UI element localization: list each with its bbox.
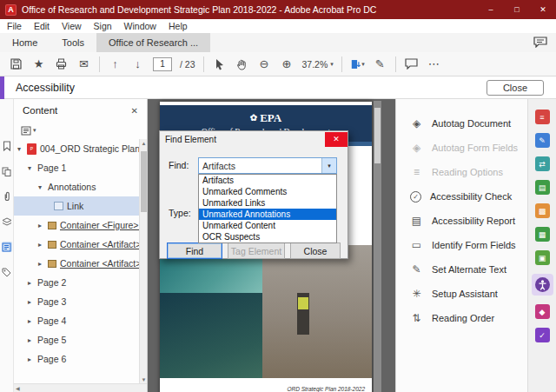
tab-home[interactable]: Home <box>0 33 50 52</box>
tree-item-page-4[interactable]: ▸ Page 4 <box>14 311 139 330</box>
dropdown-option-ocr-suspects[interactable]: OCR Suspects <box>199 231 336 243</box>
scrollbar-thumb[interactable] <box>374 108 381 163</box>
save-icon[interactable] <box>9 56 23 71</box>
tree-item-container-artifact[interactable]: ▸ Container <Artifact> <box>14 235 139 254</box>
chevron-right-icon[interactable]: ▸ <box>28 298 37 306</box>
tree-item-page-6[interactable]: ▸ Page 6 <box>14 349 139 369</box>
minimize-button[interactable]: – <box>478 0 504 19</box>
menu-file[interactable]: File <box>7 21 22 31</box>
tree-item-link[interactable]: Link <box>14 196 139 216</box>
tab-tools[interactable]: Tools <box>50 33 96 52</box>
find-combobox[interactable]: Artifacts ▾ <box>198 157 337 174</box>
tool-accessibility-check[interactable]: ✓ Accessibility Check <box>396 184 527 209</box>
layers-icon[interactable] <box>2 216 12 227</box>
menu-window[interactable]: Window <box>124 21 156 31</box>
dialog-close-icon[interactable]: ✕ <box>325 132 348 147</box>
tool-accessibility-report[interactable]: ▤ Accessibility Report <box>396 209 527 233</box>
email-icon[interactable]: ✉ <box>76 56 91 71</box>
page-number-input[interactable]: 1 <box>153 57 172 71</box>
tree-item-container-figure[interactable]: ▸ Container <Figure> 1... <box>14 216 139 235</box>
star-favorite-icon[interactable]: ★ <box>31 56 46 71</box>
chevron-right-icon[interactable]: ▸ <box>28 279 37 287</box>
attachments-paperclip-icon[interactable] <box>2 191 12 202</box>
create-pdf-tool-icon[interactable]: ≡ <box>535 110 550 124</box>
tool-autotag-document[interactable]: ◈ Autotag Document <box>396 111 527 136</box>
menu-sign[interactable]: Sign <box>94 21 112 31</box>
edit-pdf-tool-icon[interactable]: ✎ <box>535 133 550 148</box>
tree-item-page-3[interactable]: ▸ Page 3 <box>14 292 139 311</box>
chevron-right-icon[interactable]: ▸ <box>28 336 37 344</box>
tool-set-alternate-text[interactable]: ✎ Set Alternate Text <box>396 257 527 282</box>
fill-sign-tool-icon[interactable]: ✓ <box>535 328 550 342</box>
chevron-right-icon[interactable]: ▸ <box>28 317 37 325</box>
dropdown-option-unmarked-comments[interactable]: Unmarked Comments <box>199 186 336 197</box>
chevron-right-icon[interactable]: ▸ <box>28 355 37 363</box>
zoom-in-icon[interactable]: ⊕ <box>280 56 295 71</box>
chevron-down-icon[interactable]: ▾ <box>17 145 27 153</box>
dropdown-option-unmarked-content[interactable]: Unmarked Content <box>199 220 336 231</box>
chevron-down-icon[interactable]: ▾ <box>321 158 336 173</box>
select-tool-icon[interactable] <box>212 56 227 71</box>
hand-tool-icon[interactable] <box>235 56 249 71</box>
tags-icon[interactable] <box>2 267 12 277</box>
accessibility-tool-active-highlight[interactable] <box>532 274 553 296</box>
dialog-close-button[interactable]: Close <box>290 243 341 259</box>
print-icon[interactable] <box>54 56 69 71</box>
tree-item-document-root[interactable]: ▾ P 004_ORD Strategic Plan 201... <box>14 139 139 158</box>
page-thumbnails-icon[interactable] <box>2 166 12 176</box>
previous-page-icon[interactable]: ↑ <box>108 56 122 71</box>
content-vertical-scrollbar[interactable]: ▲ ▼ <box>139 139 147 383</box>
create-form-tool-icon[interactable]: ▤ <box>535 180 550 195</box>
find-label: Find: <box>169 160 189 170</box>
tree-item-page-2[interactable]: ▸ Page 2 <box>14 273 139 292</box>
content-horizontal-scrollbar[interactable]: ◀ <box>14 383 147 392</box>
menu-view[interactable]: View <box>62 21 82 31</box>
protect-tool-icon[interactable]: ◆ <box>535 304 550 319</box>
content-panel-icon[interactable] <box>2 242 12 252</box>
zoom-level-dropdown[interactable]: 37.2% ▾ <box>302 59 334 70</box>
combine-files-tool-icon[interactable]: ▩ <box>535 203 550 218</box>
find-button[interactable]: Find <box>167 243 222 259</box>
options-list-icon[interactable] <box>21 126 31 136</box>
organize-pages-tool-icon[interactable]: ▦ <box>535 227 550 242</box>
export-pdf-tool-icon[interactable]: ⇄ <box>535 156 550 171</box>
autotag-document-icon: ◈ <box>410 117 423 130</box>
chevron-right-icon[interactable]: ▸ <box>38 222 48 229</box>
chevron-right-icon[interactable]: ▸ <box>38 241 48 249</box>
page-display-icon[interactable]: ▾ <box>350 56 365 71</box>
chevron-down-icon[interactable]: ▾ <box>33 127 36 134</box>
scroll-up-icon[interactable]: ▲ <box>140 139 148 147</box>
dropdown-option-unmarked-links[interactable]: Unmarked Links <box>199 197 336 209</box>
dialog-titlebar[interactable]: Find Element ✕ <box>160 131 348 147</box>
scroll-down-icon[interactable]: ▼ <box>140 375 148 383</box>
annotate-tool-icon[interactable]: ✎ <box>373 56 387 71</box>
more-tools-icon[interactable]: ⋯ <box>427 56 441 71</box>
chevron-right-icon[interactable]: ▸ <box>38 260 48 268</box>
tree-item-page-5[interactable]: ▸ Page 5 <box>14 330 139 349</box>
tool-reading-order[interactable]: ⇅ Reading Order <box>396 306 527 330</box>
next-page-icon[interactable]: ↓ <box>130 56 145 71</box>
content-panel-close-icon[interactable]: ✕ <box>131 106 138 116</box>
bookmarks-icon[interactable] <box>2 141 12 151</box>
feedback-bubble-icon[interactable] <box>533 37 547 50</box>
close-window-button[interactable]: ✕ <box>530 0 556 19</box>
accessibility-close-button[interactable]: Close <box>486 80 544 96</box>
document-vertical-scrollbar[interactable] <box>374 101 381 392</box>
scan-ocr-tool-icon[interactable]: ▣ <box>535 250 550 265</box>
menu-help[interactable]: Help <box>169 21 188 31</box>
zoom-out-icon[interactable]: ⊖ <box>257 56 272 71</box>
tree-item-annotations[interactable]: ▾ Annotations <box>14 177 139 196</box>
tab-document[interactable]: Office of Research ... <box>96 33 210 52</box>
chevron-down-icon[interactable]: ▾ <box>38 183 48 191</box>
scrollbar-thumb[interactable] <box>141 151 147 212</box>
comment-bubble-icon[interactable] <box>404 56 419 71</box>
chevron-down-icon[interactable]: ▾ <box>28 164 37 172</box>
tool-setup-assistant[interactable]: ✳ Setup Assistant <box>396 282 527 306</box>
menu-edit[interactable]: Edit <box>34 21 50 31</box>
tool-identify-form-fields[interactable]: ▭ Identify Form Fields <box>396 233 527 257</box>
maximize-button[interactable]: □ <box>504 0 530 19</box>
tree-item-container-artifact[interactable]: ▸ Container <Artifact> <box>14 254 139 273</box>
dropdown-option-artifacts[interactable]: Artifacts <box>199 175 336 186</box>
dropdown-option-unmarked-annotations[interactable]: Unmarked Annotations <box>199 209 336 220</box>
tree-item-page-1[interactable]: ▾ Page 1 <box>14 158 139 177</box>
